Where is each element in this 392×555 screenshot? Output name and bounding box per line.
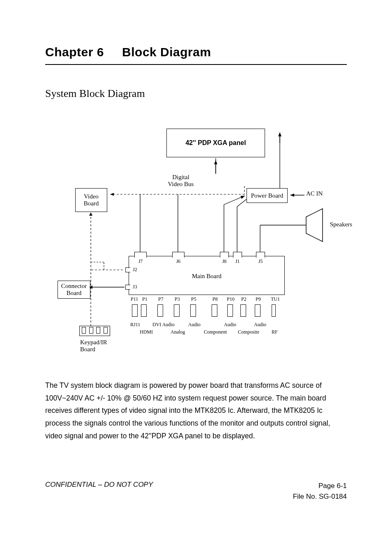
ac-in-label: AC IN	[306, 190, 323, 197]
speakers-label: Speakers	[330, 221, 352, 228]
audio-label-3: Audio	[254, 322, 266, 328]
p10-label: P10	[227, 296, 235, 302]
j3-label: J3	[133, 284, 137, 290]
footer-confidential: CONFIDENTIAL – DO NOT COPY	[45, 481, 153, 502]
j2-label: J2	[133, 267, 137, 273]
svg-line-10	[237, 199, 247, 207]
chapter-title: Chapter 6 Block Diagram	[45, 45, 347, 65]
composite-label: Composite	[238, 329, 259, 335]
j7-port	[134, 252, 147, 258]
component-label: Component	[204, 329, 227, 335]
footer-page: Page 6-1	[293, 481, 347, 491]
keypad-ir-label: Keypad/IR Board	[80, 339, 107, 353]
p8-label: P8	[212, 296, 218, 302]
digital-video-bus-label: Digital Video Bus	[158, 174, 203, 188]
rj11-label: RJ11	[130, 322, 140, 328]
j5-port	[256, 252, 265, 258]
footer-file-no: File No. SG-0184	[293, 491, 347, 502]
svg-marker-18	[89, 212, 92, 216]
port-p5	[190, 304, 196, 317]
p7-label: P7	[158, 296, 164, 302]
panel-box: 42'' PDP XGA panel	[166, 129, 265, 157]
j6-port	[172, 252, 184, 258]
main-board-label: Main Board	[129, 273, 284, 280]
j3-port	[125, 285, 130, 290]
port-p3	[174, 304, 180, 317]
j7-label: J7	[134, 258, 147, 265]
j2-port	[125, 267, 130, 272]
port-p10	[227, 304, 233, 317]
j5-label: J5	[254, 258, 267, 265]
tu1-label: TU1	[271, 296, 280, 302]
block-diagram: 42'' PDP XGA panel Video Board Digital V…	[51, 112, 347, 367]
power-board-box: Power Board	[247, 188, 288, 203]
audio-label-1: Audio	[188, 322, 201, 328]
j8-port	[220, 252, 229, 258]
j6-label: J6	[172, 258, 184, 265]
section-title: System Block Diagram	[45, 88, 347, 100]
port-p1	[141, 304, 147, 317]
p1-label: P1	[142, 296, 148, 302]
analog-label: Analog	[171, 329, 185, 335]
chapter-name: Block Diagram	[122, 45, 211, 59]
port-p9	[255, 304, 261, 317]
j1-port	[233, 252, 242, 258]
footer: CONFIDENTIAL – DO NOT COPY Page 6-1 File…	[45, 481, 347, 502]
p2-label: P2	[241, 296, 247, 302]
video-board-box: Video Board	[75, 188, 107, 212]
keypad-ir-box	[79, 326, 110, 336]
p9-label: P9	[256, 296, 261, 302]
p5-label: P5	[191, 296, 196, 302]
page: Chapter 6 Block Diagram System Block Dia…	[0, 0, 392, 555]
p3-label: P3	[175, 296, 180, 302]
port-p2	[240, 304, 246, 317]
port-tu1	[272, 304, 276, 317]
chapter-number: Chapter 6	[45, 45, 104, 59]
audio-label-2: Audio	[224, 322, 236, 328]
dvi-audio-label: DVI Audio	[152, 322, 175, 328]
port-p7	[157, 304, 163, 317]
rf-label: RF	[272, 329, 278, 335]
hdmi-label: HDMI	[140, 329, 153, 335]
j8-label: J8	[218, 258, 231, 265]
j1-label: J1	[231, 258, 244, 265]
svg-line-8	[224, 196, 244, 205]
body-paragraph: The TV system block diagram is powered b…	[45, 379, 347, 442]
connector-board-box: Connector Board	[58, 281, 90, 299]
p11-label: P11	[131, 296, 138, 302]
svg-marker-13	[306, 209, 323, 242]
port-p11	[132, 304, 138, 317]
port-p8	[212, 304, 217, 317]
